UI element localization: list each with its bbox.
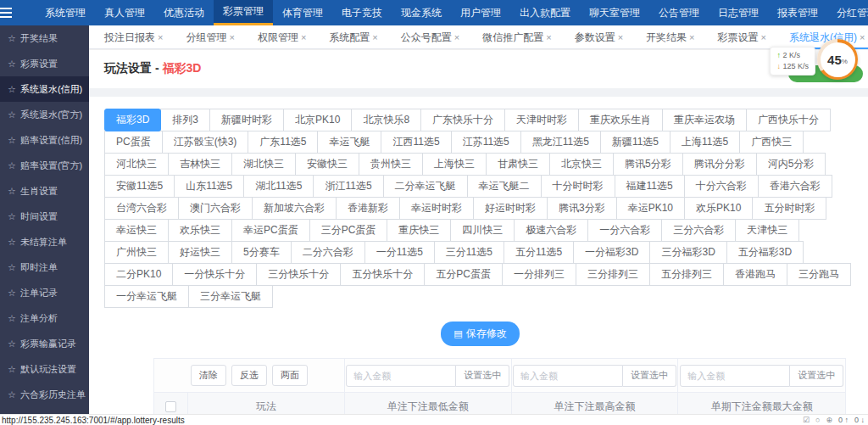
usage-gauge[interactable]: 45% — [817, 39, 858, 80]
lottery-type-button[interactable]: 幸运PK10 — [616, 197, 685, 220]
sidebar-item[interactable]: ☆ 默认玩法设置 — [0, 356, 89, 382]
page-tab[interactable]: 参数设置× — [575, 25, 623, 49]
close-tab-icon[interactable]: × — [372, 32, 377, 42]
close-tab-icon[interactable]: × — [546, 32, 551, 42]
sidebar-item[interactable]: ☆ 生肖设置 — [0, 178, 89, 204]
lottery-type-button[interactable]: 上海11选5 — [670, 131, 740, 154]
lottery-type-button[interactable]: 四川快三 — [450, 219, 515, 242]
sidebar-item[interactable]: ☆ 彩票设置 — [0, 51, 89, 76]
lottery-type-button[interactable]: 幸运飞艇 — [317, 131, 381, 154]
menu-item[interactable]: 用户管理 — [451, 0, 510, 25]
lottery-type-button[interactable]: 幸运PC蛋蛋 — [231, 219, 310, 242]
min-amount-input[interactable] — [346, 365, 456, 387]
lottery-type-button[interactable]: 幸运飞艇二 — [467, 175, 542, 198]
lottery-type-button[interactable]: 江西11选5 — [381, 131, 451, 154]
close-tab-icon[interactable]: × — [229, 32, 234, 42]
check-square-icon[interactable]: ☑ — [803, 416, 810, 424]
lottery-type-button[interactable]: 广西快乐十分 — [746, 109, 831, 131]
invert-selection-button[interactable]: 反选 — [231, 365, 267, 386]
lottery-type-button[interactable]: 香港跑马 — [723, 263, 787, 286]
lottery-type-button[interactable]: 五分时时彩 — [752, 197, 826, 220]
lottery-type-button[interactable]: 浙江11选5 — [313, 175, 383, 198]
lottery-type-button[interactable]: 一分福彩3D — [573, 241, 650, 264]
menu-item[interactable]: 优惠活动 — [154, 0, 214, 25]
save-button[interactable]: ▤保存修改 — [441, 322, 519, 346]
menu-item[interactable]: 出入款配置 — [510, 0, 580, 25]
lottery-type-button[interactable]: 5分赛车 — [231, 241, 292, 264]
lottery-type-button[interactable]: 广州快三 — [104, 241, 169, 264]
lottery-type-button[interactable]: 腾讯3分彩 — [547, 197, 617, 220]
period-max-amount-input[interactable] — [680, 365, 790, 387]
lottery-type-button[interactable]: 北京PK10 — [283, 109, 352, 131]
sidebar-item[interactable]: ☆ 即时注单 — [0, 254, 89, 280]
lottery-type-button[interactable]: 幸运时时彩 — [399, 197, 474, 220]
lottery-type-button[interactable]: 台湾六合彩 — [104, 197, 179, 220]
lottery-type-button[interactable]: 福建11选5 — [615, 175, 685, 198]
select-all-checkbox[interactable] — [165, 401, 176, 412]
close-tab-icon[interactable]: × — [860, 32, 865, 42]
lottery-type-button[interactable]: 天津时时彩 — [504, 109, 579, 131]
close-tab-icon[interactable]: × — [301, 32, 306, 42]
page-tab[interactable]: 彩票设置× — [718, 25, 766, 49]
lottery-type-button[interactable]: 上海快三 — [422, 153, 487, 176]
lottery-type-button[interactable]: 香港六合彩 — [758, 175, 832, 198]
lottery-type-button[interactable]: 黑龙江11选5 — [520, 131, 601, 154]
lottery-type-button[interactable]: 福彩3D — [104, 109, 161, 131]
sidebar-item[interactable]: ☆ 系统退水(官方) — [0, 102, 89, 127]
menu-item[interactable]: 分红管理 — [827, 0, 868, 25]
lottery-type-button[interactable]: 香港新彩 — [336, 197, 400, 220]
set-selected-min-button[interactable]: 设置选中 — [456, 365, 509, 387]
lottery-type-button[interactable]: 新疆时时彩 — [209, 109, 284, 131]
lottery-type-button[interactable]: 腾讯5分彩 — [613, 153, 683, 176]
lottery-type-button[interactable]: 三分跑马 — [787, 263, 851, 286]
lottery-type-button[interactable]: 湖北11选5 — [243, 175, 314, 198]
lottery-type-button[interactable]: 十分六合彩 — [684, 175, 759, 198]
lottery-type-button[interactable]: 好运时时彩 — [473, 197, 548, 220]
lottery-type-button[interactable]: 新疆11选5 — [600, 131, 670, 154]
clear-button[interactable]: 清除 — [191, 365, 226, 386]
page-tab[interactable]: 投注日报表× — [104, 25, 163, 49]
sidebar-item[interactable]: ☆ 未结算注单 — [0, 229, 89, 254]
lottery-type-button[interactable]: 重庆幸运农场 — [662, 109, 747, 131]
sidebar-item[interactable]: ☆ 六合彩历史注单 — [0, 382, 89, 407]
lottery-type-button[interactable]: 腾讯分分彩 — [682, 153, 757, 176]
lottery-type-button[interactable]: 二分幸运飞艇 — [383, 175, 468, 198]
lottery-type-button[interactable]: 河内5分彩 — [756, 153, 826, 176]
lottery-type-button[interactable]: 新加坡六合彩 — [252, 197, 337, 220]
menu-item[interactable]: 公告管理 — [649, 0, 709, 25]
lottery-type-button[interactable]: 甘肃快三 — [486, 153, 550, 176]
close-tab-icon[interactable]: × — [618, 32, 623, 42]
lottery-type-button[interactable]: 贵州快三 — [359, 153, 423, 176]
close-tab-icon[interactable]: × — [454, 32, 459, 42]
page-tab[interactable]: 系统配置× — [329, 25, 377, 49]
lottery-type-button[interactable]: 欢乐快三 — [168, 219, 232, 242]
lottery-type-button[interactable]: 一分11选5 — [364, 241, 435, 264]
sidebar-item[interactable]: ☆ 系统退水(信用) — [0, 76, 89, 102]
menu-item[interactable]: 体育管理 — [273, 0, 332, 25]
lottery-type-button[interactable]: 二分六合彩 — [291, 241, 365, 264]
lottery-type-button[interactable]: 三分PC蛋蛋 — [309, 219, 388, 242]
lottery-type-button[interactable]: 天津快三 — [735, 219, 799, 242]
lottery-type-button[interactable]: 五分11选5 — [504, 241, 574, 264]
sidebar-item[interactable]: ☆ 彩票输赢记录 — [0, 331, 89, 356]
lottery-type-button[interactable]: 五分PC蛋蛋 — [424, 263, 503, 286]
lottery-type-button[interactable]: PC蛋蛋 — [104, 131, 163, 154]
lottery-type-button[interactable]: 三分排列三 — [576, 263, 650, 286]
lottery-type-button[interactable]: 三分六合彩 — [661, 219, 736, 242]
set-selected-period-max-button[interactable]: 设置选中 — [790, 365, 843, 387]
lottery-type-button[interactable]: 广东快乐十分 — [420, 109, 505, 131]
lottery-type-button[interactable]: 重庆快三 — [387, 219, 451, 242]
menu-toggle-icon[interactable] — [0, 0, 12, 25]
max-amount-input[interactable] — [513, 365, 623, 387]
lottery-type-button[interactable]: 极速六合彩 — [514, 219, 588, 242]
plus-circle-icon[interactable]: ⊕ — [826, 416, 832, 424]
lottery-type-button[interactable]: 河北快三 — [104, 153, 169, 176]
lottery-type-button[interactable]: 广西快三 — [739, 131, 804, 154]
menu-item[interactable]: 日志管理 — [709, 0, 768, 25]
lottery-type-button[interactable]: 江苏11选5 — [451, 131, 521, 154]
lottery-type-button[interactable]: 湖北快三 — [231, 153, 296, 176]
set-selected-max-button[interactable]: 设置选中 — [623, 365, 676, 387]
menu-item[interactable]: 报表管理 — [768, 0, 827, 25]
sidebar-item[interactable]: ☆ 时间设置 — [0, 204, 89, 229]
lottery-type-button[interactable]: 五分快乐十分 — [340, 263, 425, 286]
